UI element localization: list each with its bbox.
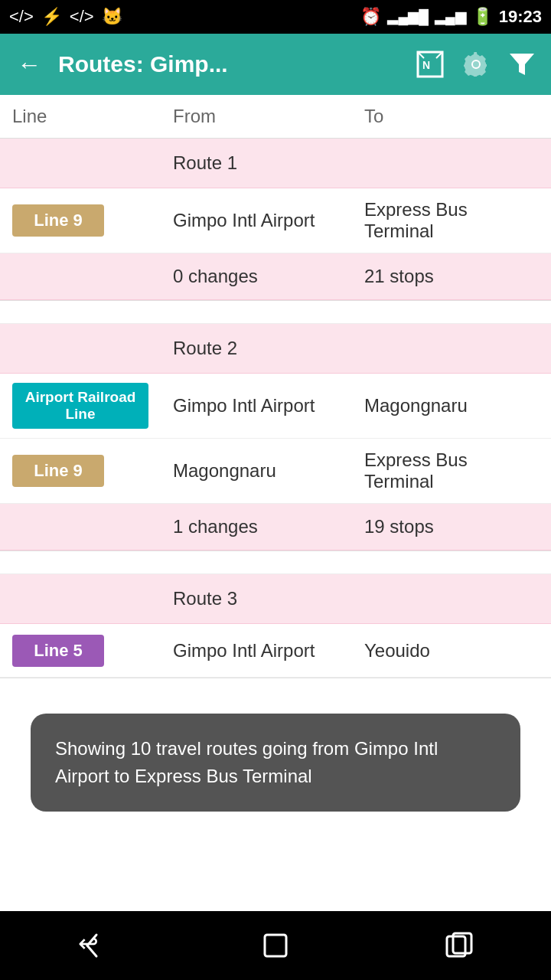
route3-line1-row: Line 5 Gimpo Intl Airport Yeouido [0, 624, 551, 678]
filter-icon [508, 51, 536, 78]
nav-back-button[interactable]: ↩ [61, 923, 122, 969]
route1-line-row: Line 9 Gimpo Intl Airport Express Bus Te… [0, 188, 551, 253]
route2-summary-row: 1 changes 19 stops [0, 504, 551, 550]
line-column-header: Line [0, 106, 161, 127]
route2-header-row: Route 2 [0, 324, 551, 374]
app-bar: ← Routes: Gimp... N [0, 34, 551, 95]
status-right-icons: ⏰ ▂▄▆█ ▂▄▆ 🔋 19:23 [360, 7, 542, 27]
status-left-icons: </> ⚡ </> 🐱 [9, 7, 122, 27]
route3-line-badge: Line 5 [12, 635, 104, 667]
alarm-icon: ⏰ [360, 7, 381, 27]
nav-back-icon: ↩ [75, 929, 109, 962]
usb-icon: ⚡ [41, 7, 62, 27]
route2-line2-from: Magongnaru [161, 439, 352, 503]
route2-line1-to: Magongnaru [352, 374, 551, 438]
route1-from-cell: Gimpo Intl Airport [161, 188, 352, 253]
time-display: 19:23 [499, 7, 542, 27]
route1-header-empty-right [352, 139, 551, 188]
route3-to: Yeouido [352, 624, 551, 677]
svg-marker-4 [510, 54, 534, 75]
route1-badge-cell: Line 9 [0, 188, 161, 253]
tooltip-text: Showing 10 travel routes going from Gimp… [55, 738, 438, 786]
route-spacer-1 [0, 301, 551, 324]
app-bar-title: Routes: Gimp... [58, 51, 401, 77]
dev-icon: </> [9, 7, 34, 27]
route2-line2-badge-cell: Line 9 [0, 439, 161, 503]
route1-to-cell: Express Bus Terminal [352, 188, 551, 253]
route3-from: Gimpo Intl Airport [161, 624, 352, 677]
route1-header-empty-left [0, 139, 161, 188]
svg-text:↩: ↩ [78, 929, 99, 957]
nav-home-icon [259, 929, 292, 962]
svg-text:N: N [422, 59, 430, 71]
map-button[interactable]: N [413, 47, 447, 81]
cat-icon: 🐱 [102, 7, 122, 27]
nav-recents-icon [442, 929, 476, 962]
route-block-1[interactable]: Route 1 Line 9 Gimpo Intl Airport Expres… [0, 139, 551, 301]
route-block-3[interactable]: Route 3 Line 5 Gimpo Intl Airport Yeouid… [0, 574, 551, 678]
nav-bar: ↩ [0, 911, 551, 980]
filter-button[interactable] [505, 47, 539, 81]
nav-recents-button[interactable] [429, 923, 490, 969]
route2-changes: 1 changes [161, 504, 352, 550]
route2-header-label: Route 2 [161, 324, 352, 373]
route1-line-badge: Line 9 [12, 204, 104, 237]
route2-line2-to: Express Bus Terminal [352, 439, 551, 503]
route2-line1-badge: Airport Railroad Line [12, 383, 148, 429]
route2-summary-empty [0, 504, 161, 550]
signal2-icon: ▂▄▆ [435, 8, 466, 25]
route1-summary-empty [0, 253, 161, 299]
routes-content: Route 1 Line 9 Gimpo Intl Airport Expres… [0, 139, 551, 911]
nav-home-button[interactable] [245, 923, 306, 969]
route2-line1-from: Gimpo Intl Airport [161, 374, 352, 438]
route3-header-row: Route 3 [0, 574, 551, 624]
gear-icon [462, 51, 490, 78]
route3-header-empty-right [352, 574, 551, 623]
route3-header-empty-left [0, 574, 161, 623]
route1-header-label: Route 1 [161, 139, 352, 188]
route2-line1-badge-cell: Airport Railroad Line [0, 374, 161, 438]
route-block-2[interactable]: Route 2 Airport Railroad Line Gimpo Intl… [0, 324, 551, 551]
back-button[interactable]: ← [12, 47, 46, 81]
from-column-header: From [161, 106, 352, 127]
route1-header-row: Route 1 [0, 139, 551, 188]
route3-badge-cell: Line 5 [0, 624, 161, 677]
status-bar: </> ⚡ </> 🐱 ⏰ ▂▄▆█ ▂▄▆ 🔋 19:23 [0, 0, 551, 34]
battery-icon: 🔋 [472, 7, 493, 27]
settings-button[interactable] [459, 47, 493, 81]
map-icon: N [416, 51, 444, 78]
route1-stops: 21 stops [352, 253, 551, 299]
route2-stops: 19 stops [352, 504, 551, 550]
route-spacer-2 [0, 551, 551, 574]
route3-header-label: Route 3 [161, 574, 352, 623]
route1-summary-row: 0 changes 21 stops [0, 253, 551, 300]
signal1-icon: ▂▄▆█ [387, 8, 429, 25]
route2-line2-badge: Line 9 [12, 455, 104, 487]
back-arrow-icon: ← [17, 51, 41, 79]
route2-line1-row: Airport Railroad Line Gimpo Intl Airport… [0, 374, 551, 439]
column-headers: Line From To [0, 95, 551, 139]
route2-header-empty-right [352, 324, 551, 373]
svg-rect-6 [265, 935, 286, 956]
to-column-header: To [352, 106, 551, 127]
code-icon: </> [70, 7, 94, 27]
route1-changes: 0 changes [161, 253, 352, 299]
route2-header-empty-left [0, 324, 161, 373]
route2-line2-row: Line 9 Magongnaru Express Bus Terminal [0, 439, 551, 504]
tooltip-overlay: Showing 10 travel routes going from Gimp… [31, 714, 520, 812]
